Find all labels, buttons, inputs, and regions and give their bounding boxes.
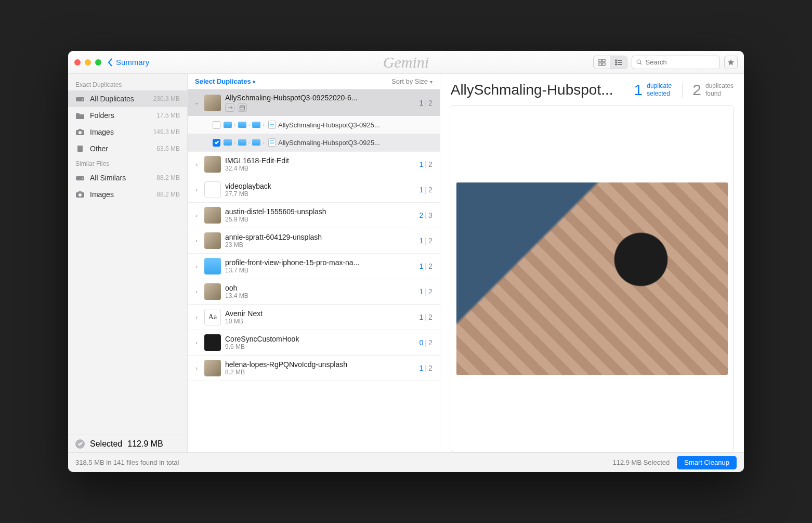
duplicate-group-row[interactable]: ›videoplayback27.7 MB1|2 [188, 177, 440, 202]
group-info: Avenir Next10 MB [225, 309, 415, 325]
group-count: 1|2 [419, 313, 432, 321]
group-thumbnail [204, 283, 221, 300]
footer: 318.5 MB in 141 files found in total 112… [68, 452, 744, 472]
preview-image [456, 182, 728, 375]
list-body[interactable]: ⌄AllySchmaling-HubspotQ3-09252020-6...1|… [188, 89, 440, 452]
duplicate-file-row[interactable]: ›››AllySchmaling-HubspotQ3-0925... [188, 134, 440, 151]
duplicate-group: ⌄AllySchmaling-HubspotQ3-09252020-6...1|… [188, 89, 440, 152]
minimize-window-button[interactable] [85, 59, 91, 66]
duplicate-group: ›profile-front-view-iphone-15-pro-max-na… [188, 254, 440, 279]
disclosure-icon: › [193, 289, 200, 295]
group-size: 13.7 MB [225, 267, 415, 274]
group-size: 10 MB [225, 318, 415, 325]
back-button[interactable]: Summary [108, 58, 149, 67]
duplicate-group-row[interactable]: ›AaAvenir Next10 MB1|2 [188, 305, 440, 330]
duplicate-group-row[interactable]: ›austin-distel-1555609-unsplash25.9 MB2|… [188, 203, 440, 228]
svg-point-19 [82, 178, 83, 179]
sidebar-item-label: Images [90, 128, 114, 136]
group-title: IMGL1618-Edit-Edit [225, 156, 415, 165]
sidebar-item[interactable]: Other63.5 MB [68, 140, 187, 157]
grid-icon [598, 59, 606, 66]
group-thumbnail [204, 334, 221, 351]
group-thumbnail [204, 156, 221, 173]
back-label: Summary [116, 58, 149, 67]
document-icon [268, 121, 276, 129]
group-count: 2|3 [419, 211, 432, 219]
folder-icon [224, 122, 232, 128]
group-thumbnail [204, 181, 221, 198]
disclosure-icon: › [193, 365, 200, 371]
list-view-button[interactable] [610, 56, 627, 69]
preview-panel [451, 105, 734, 452]
duplicate-file-row[interactable]: ›››AllySchmaling-HubspotQ3-0925... [188, 116, 440, 134]
svg-rect-17 [77, 146, 83, 152]
file-checkbox[interactable] [213, 139, 220, 147]
maximize-window-button[interactable] [95, 59, 101, 66]
main: Select Duplicates ▾ Sort by Size ▾ ⌄Ally… [188, 74, 744, 452]
folder-icon [238, 139, 246, 146]
svg-rect-1 [603, 59, 605, 62]
group-title: AllySchmaling-HubspotQ3-09252020-6... [225, 94, 415, 102]
stat-label: duplicatesfound [705, 82, 734, 98]
app-name: Gemini [383, 54, 429, 71]
favorite-button[interactable] [724, 56, 738, 69]
sidebar-item[interactable]: All Similars88.2 MB [68, 169, 187, 186]
sort-dropdown[interactable]: Sort by Size ▾ [391, 77, 433, 85]
disclosure-icon: › [193, 314, 200, 320]
sidebar-item[interactable]: Images149.3 MB [68, 124, 187, 140]
duplicate-group-row[interactable]: ›CoreSyncCustomHook9.6 MB0|2 [188, 330, 440, 355]
duplicate-group: ›ooh13.4 MB1|2 [188, 279, 440, 305]
smart-cleanup-button[interactable]: Smart Cleanup [677, 456, 737, 469]
svg-rect-23 [240, 106, 245, 110]
group-title: annie-spratt-604129-unsplash [225, 233, 415, 241]
sidebar-selected-row[interactable]: Selected 112.9 MB [68, 435, 187, 452]
file-name: AllySchmaling-HubspotQ3-0925... [278, 139, 380, 147]
duplicate-group-row[interactable]: ›annie-spratt-604129-unsplash23 MB1|2 [188, 228, 440, 253]
sidebar-item-size: 88.2 MB [156, 191, 180, 198]
sidebar-item-label: All Similars [90, 174, 126, 182]
disclosure-icon: › [193, 187, 200, 193]
camera-icon [75, 190, 85, 199]
app-window: Summary Gemini Exact Duplic [68, 51, 744, 472]
search-icon [636, 59, 643, 66]
document-icon [268, 138, 276, 147]
group-size: 8.2 MB [225, 369, 415, 376]
duplicate-group-row[interactable]: ›profile-front-view-iphone-15-pro-max-na… [188, 254, 440, 279]
disclosure-icon: › [193, 161, 200, 167]
file-path-breadcrumb: ›››AllySchmaling-HubspotQ3-0925... [224, 121, 380, 129]
folder-icon [224, 139, 232, 146]
sidebar-section-header: Exact Duplicates [68, 78, 187, 90]
disclosure-icon: ⌄ [193, 99, 200, 106]
group-children: ›››AllySchmaling-HubspotQ3-0925...›››All… [188, 116, 440, 151]
svg-point-6 [615, 61, 617, 62]
duplicate-group-row[interactable]: ⌄AllySchmaling-HubspotQ3-09252020-6...1|… [188, 89, 440, 116]
select-duplicates-dropdown[interactable]: Select Duplicates ▾ [195, 77, 255, 85]
folder-icon [75, 111, 85, 120]
group-count: 1|2 [419, 186, 432, 194]
duplicate-group-row[interactable]: ›helena-lopes-RgPQNvoIcdg-unsplash8.2 MB… [188, 356, 440, 381]
disclosure-icon: › [193, 238, 200, 244]
sidebar-item[interactable]: Images88.2 MB [68, 186, 187, 203]
search-input[interactable] [646, 58, 716, 66]
grid-view-button[interactable] [594, 56, 610, 69]
duplicate-group-row[interactable]: ›IMGL1618-Edit-Edit32.4 MB1|2 [188, 152, 440, 177]
close-window-button[interactable] [74, 59, 81, 66]
sidebar-item-size: 63.5 MB [156, 145, 180, 152]
detail-column: AllySchmaling-Hubspot... 1duplicateselec… [440, 74, 744, 452]
group-title: Avenir Next [225, 309, 415, 318]
svg-point-8 [615, 63, 617, 64]
svg-rect-0 [599, 59, 601, 62]
search-field[interactable] [632, 56, 720, 69]
sidebar-item[interactable]: All Duplicates230.3 MB [68, 90, 187, 107]
sidebar-item[interactable]: Folders17.5 MB [68, 107, 187, 124]
file-checkbox[interactable] [213, 121, 220, 129]
footer-selected-text: 112.9 MB Selected [612, 459, 670, 466]
group-info: helena-lopes-RgPQNvoIcdg-unsplash8.2 MB [225, 360, 415, 376]
group-info: profile-front-view-iphone-15-pro-max-na.… [225, 258, 415, 274]
group-count: 1|2 [419, 237, 432, 245]
svg-point-13 [82, 99, 83, 100]
stat-number: 1 [634, 81, 643, 99]
duplicate-group-row[interactable]: ›ooh13.4 MB1|2 [188, 279, 440, 304]
svg-point-21 [78, 193, 82, 197]
detail-stat: 1duplicateselected [624, 81, 672, 99]
